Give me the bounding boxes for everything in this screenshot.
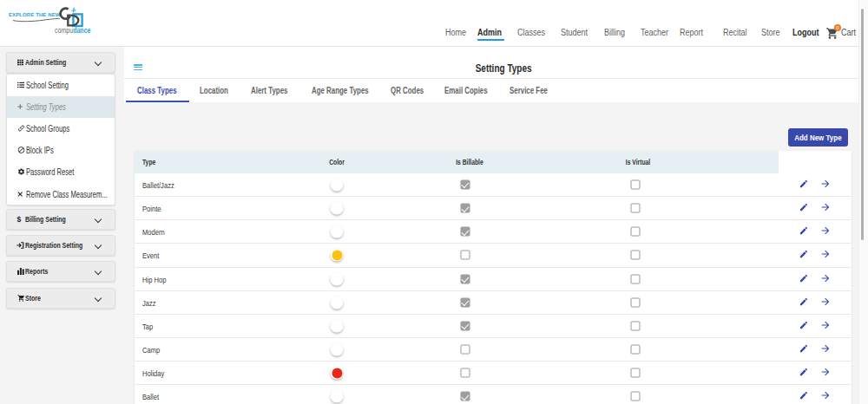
svg-text:EXPLORE THE NEW: EXPLORE THE NEW xyxy=(9,12,61,17)
svg-text:compudance: compudance xyxy=(55,26,91,35)
